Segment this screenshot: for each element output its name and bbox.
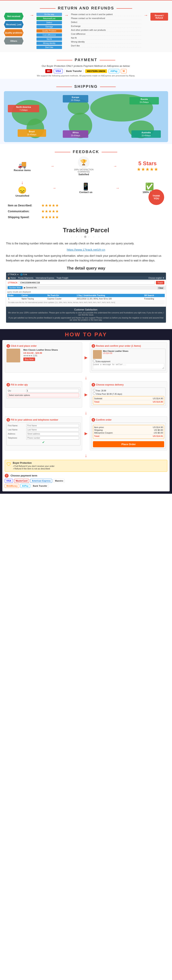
leave-message-area [93,363,164,369]
five-stars-label: 5 Stars [137,160,158,167]
right-item-2: Please contact us for resend/refund [71,17,142,20]
address-input[interactable] [26,432,79,436]
bp-line1: ✓Full Refund if you don't receive your o… [13,465,54,468]
ship-price-label: Shipping: [94,429,103,431]
step6-form: Item price: US $14.90 Shipping: US $0.00… [92,423,166,449]
nav-home[interactable]: 🏠 Home [8,277,16,279]
pm-alipay[interactable]: AliPay [21,484,30,488]
svg-text:15-25days: 15-25days [140,101,149,103]
arrow1: → [29,13,35,18]
htp-arrow3: ▶ [84,416,88,450]
nav-postal[interactable]: Postal Shipments [18,277,33,279]
step3-label: Fill in order qty [11,383,28,386]
step3-num: 3 [6,383,10,387]
right-item-7: Not fit [71,36,142,40]
subtotal-label: Subtotal: [94,397,103,399]
shipping-label: Shipping Speed: [8,216,39,219]
extra-checkbox[interactable] [93,360,96,362]
tab-general-info[interactable]: ▶ General Info [24,286,37,289]
rating-row-shipping: Shipping Speed: ★★★★★ [8,215,145,220]
shipping-radio2[interactable] [93,392,96,395]
unsatisfied-icon: 😞 [16,186,29,194]
qty-input[interactable] [26,389,79,392]
shipping-map: North America 7-15days Europe 10-35days … [4,91,168,142]
step-five-stars: 5 Stars ★★★★★ [137,160,158,172]
table-row: To make sure the No. for international p… [7,301,165,304]
firstname-input[interactable] [26,424,79,427]
how-to-pay-section: HOW TO PAY 1 Click it and place order Me… [0,329,172,494]
tracking-section: Tracking Parcel · · ·❀· · · This is the … [0,224,172,327]
right-item-5: And other problem with our products [71,29,142,32]
tracking-title: Tracking Parcel [6,227,166,234]
htp-step5: 5 Fill in your address and telephone num… [5,416,82,450]
td-date: 20/11/2016 11:35 | 95%L from 50 to 100 [76,297,143,301]
svg-text:Australia: Australia [142,131,151,134]
arrow-down2: ↓ [5,410,167,415]
extra-label: Extra equipment [96,360,110,363]
western-union-icon: WESTERN UNION [85,69,107,73]
htp-step1: 1 Click it and place order Men Classic L… [5,342,82,372]
ts-search-input[interactable] [19,281,155,285]
satisfied-container: 🏆 100% SATISFACTIONGUARANTEE Satisfied [74,156,94,176]
pm-webmoney[interactable]: WebMoney [5,484,19,488]
pm-mastercard[interactable]: MasterCard [14,479,29,483]
pm-maestro[interactable]: Maestro [53,479,65,483]
step5-label: Fill in your address and telephone numbe… [11,418,58,421]
mid-cost: Cost difference [37,33,62,37]
five-stars-container: 5 Stars ★★★★★ [137,160,158,172]
step7-label: Choose payment term [11,474,37,477]
svg-text:Brazil: Brazil [29,130,35,133]
step2-title: 2 Review and confirm your order (1 Items… [92,344,166,348]
step-receive: 🚚 Receive items [14,161,31,172]
buy-now-btn[interactable]: Buy Now [23,358,35,361]
ts-brand: 17TRACK [8,282,18,284]
message-textarea[interactable] [93,363,164,369]
unsatisfied-container: ↓ 😞 Unsatisfied [16,179,29,197]
ts-track-btn[interactable]: Track [156,281,164,285]
mastercard-icon: MC [45,69,52,73]
bp-title: Buyer Protection [13,461,54,465]
phone-input[interactable] [26,436,79,440]
step1-label: Click it and place order [11,345,37,347]
nav-choose-english[interactable]: Choose english ▼ [148,277,164,279]
bp-line2: ✓Refund if the item is not as described [13,468,54,470]
shipping-options: Free: 28.99 China Post: $3.99 (7-35 days… [93,389,164,395]
td-status: Forwarding [143,297,165,301]
td-order: 1 [7,297,21,301]
htp-step6: 6 Confirm order Item price: US $14.90 Sh… [90,416,167,450]
htp-arrow1: ▶ [84,342,88,372]
cs-title: Customer Satisfaction: [8,308,164,311]
arrow-down1: ↓ [16,180,29,185]
step4-label: Choose express delivery [96,383,124,386]
step3-title: 3 Fill in order qty [6,383,80,387]
subtotal-row: Subtotal: US $14.90 [94,397,163,399]
place-order-btn[interactable]: Place Order [93,441,164,447]
table-row: 1 Name Tracing Express Courier 20/11/201… [7,297,165,301]
shipping-opt1: Free: 28.99 [93,389,164,392]
return-right-col: Please contact us to check it and be pat… [71,13,142,48]
lastname-input[interactable] [26,428,79,431]
check-icon: ✔ [42,441,45,444]
phone-label: Telephone: [8,437,25,439]
cs-note: If you get satisfied our items,the posit… [8,317,164,321]
ts-clear-btn[interactable]: Clear [157,286,164,290]
arrow-fb3: → [53,186,56,190]
mid-damage: Damage [37,25,62,29]
tracking-link[interactable]: https://www.17track.net/zh-cn [6,248,166,251]
pm-visa[interactable]: VISA [5,479,13,483]
lastname-label: Last Name: [8,429,25,431]
product-name: Men Classic Leather Dress Shoes [23,349,58,351]
nav-trade[interactable]: Trade Freight [56,277,68,279]
pm-amex[interactable]: American Express [30,479,52,483]
product-info: Men Classic Leather Dress Shoes US $14.9… [23,349,58,363]
step6-label: Confirm order [96,418,111,421]
tab-number-main[interactable]: Number Main [8,286,22,289]
shipping-radio1[interactable] [93,389,96,391]
visa-icon: VISA [54,69,63,73]
alipay-icon: AliPay [109,69,119,73]
communication-stars: ★★★★★ [41,209,59,214]
htp-arrow2: ▶ [84,381,88,408]
nav-international[interactable]: International Express [36,277,54,279]
pm-bank-transfer[interactable]: Bank Transfer [31,484,49,488]
th-no-track: No.Track Err [46,294,76,297]
